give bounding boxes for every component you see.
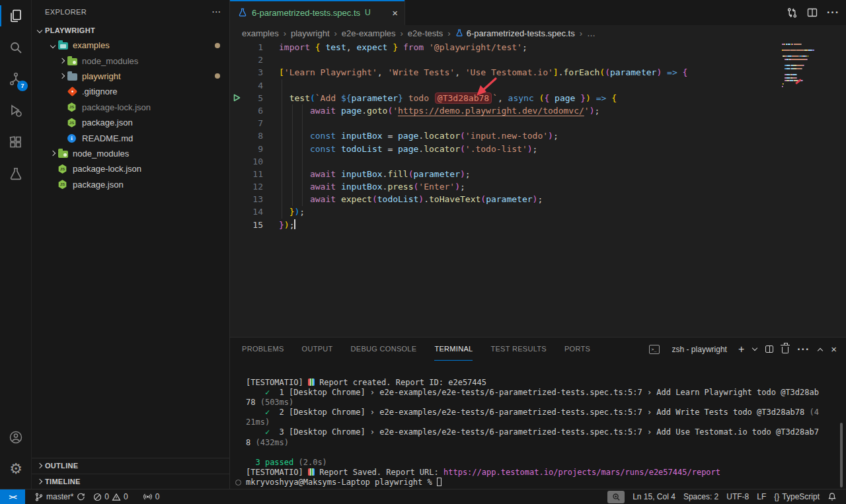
line-number: 1 xyxy=(243,41,263,54)
open-changes-icon[interactable] xyxy=(787,7,798,18)
breadcrumb-item[interactable]: 6-parametrized-tests.spec.ts xyxy=(455,28,575,38)
sync-icon xyxy=(76,492,85,501)
tree-item-package-lock-json[interactable]: JSpackage-lock.json xyxy=(32,100,229,115)
panel-tab-terminal[interactable]: TERMINAL xyxy=(434,338,473,361)
tab-close-icon[interactable]: × xyxy=(392,8,398,18)
panel-actions: >_ zsh - playwright + ··· × xyxy=(649,338,837,361)
tree-item-node-modules[interactable]: node_modules xyxy=(32,53,229,68)
minimap[interactable] xyxy=(782,44,832,96)
code-token xyxy=(549,93,555,103)
settings-gear-icon[interactable]: ⚙ xyxy=(0,453,32,485)
error-icon xyxy=(93,493,102,501)
tree-item-package-json[interactable]: JSpackage.json xyxy=(32,177,229,192)
panel-tab-problems[interactable]: PROBLEMS xyxy=(242,338,284,361)
code-line: 10 xyxy=(230,155,846,168)
branch-status-item[interactable]: master* xyxy=(30,489,89,504)
terminal-title[interactable]: zsh - playwright xyxy=(672,345,727,354)
code-token: page xyxy=(555,93,575,103)
code-text: await expect(todoList).toHaveText(parame… xyxy=(279,193,543,205)
activity-bar: 7 ⚙ xyxy=(0,0,32,489)
code-token: } xyxy=(398,93,403,103)
kill-terminal-icon[interactable] xyxy=(782,347,788,353)
breadcrumb-separator: › xyxy=(447,28,450,38)
extensions-icon[interactable] xyxy=(0,127,32,159)
tree-item-package-json[interactable]: JSpackage.json xyxy=(32,115,229,130)
source-control-icon[interactable]: 7 xyxy=(0,63,32,95)
tree-item-playwright[interactable]: playwright xyxy=(32,69,229,84)
tree-root-playwright[interactable]: PLAYWRIGHT xyxy=(32,23,229,38)
breadcrumb-item[interactable]: examples xyxy=(242,28,279,38)
breadcrumb-separator: › xyxy=(334,28,337,38)
code-token xyxy=(279,182,310,192)
sidebar-title: EXPLORER xyxy=(45,8,87,16)
close-panel-icon[interactable]: × xyxy=(831,344,837,354)
tree-item-package-lock-json[interactable]: JSpackage-lock.json xyxy=(32,161,229,176)
account-icon[interactable] xyxy=(0,421,32,453)
tree-item-label: package-lock.json xyxy=(81,102,151,112)
code-token: ] xyxy=(553,67,558,77)
section-outline[interactable]: OUTLINE xyxy=(32,458,229,474)
panel-tab-debug-console[interactable]: DEBUG CONSOLE xyxy=(351,338,417,361)
code-line: 2 xyxy=(230,54,846,66)
code-token: ( xyxy=(310,93,315,103)
problems-status-item[interactable]: 0 0 xyxy=(89,489,132,504)
testing-icon[interactable] xyxy=(0,159,32,190)
code-token: import xyxy=(279,42,315,52)
code-editor[interactable]: 1import { test, expect } from '@playwrig… xyxy=(230,41,846,337)
ports-status-item[interactable]: 0 xyxy=(139,489,164,504)
terminal-token xyxy=(246,388,265,397)
screencast-zoom-item[interactable] xyxy=(607,491,625,503)
code-token: ) xyxy=(418,194,424,204)
encoding-item[interactable]: UTF-8 xyxy=(722,489,753,504)
tree-item-readme-md[interactable]: iREADME.md xyxy=(32,130,229,145)
editor-more-icon[interactable]: ··· xyxy=(827,7,839,18)
split-editor-icon[interactable] xyxy=(807,7,818,18)
code-token: inputBox xyxy=(341,182,383,192)
language-mode-item[interactable]: {} TypeScript xyxy=(770,489,824,504)
panel-tab-test-results[interactable]: TEST RESULTS xyxy=(490,338,547,361)
new-terminal-icon[interactable]: + xyxy=(738,344,744,355)
sidebar-more-icon[interactable]: ··· xyxy=(212,8,221,16)
code-token: ; xyxy=(537,194,543,204)
cursor-position-item[interactable]: Ln 15, Col 4 xyxy=(629,489,679,504)
code-token: todo xyxy=(403,93,434,103)
explorer-icon[interactable] xyxy=(0,0,32,32)
indentation-item[interactable]: Spaces: 2 xyxy=(679,489,722,504)
eol-item[interactable]: LF xyxy=(753,489,770,504)
tree-item-examples[interactable]: examples xyxy=(32,38,229,53)
code-token: parameter xyxy=(486,194,532,204)
tree-item-node-modules[interactable]: node_modules xyxy=(32,146,229,161)
terminal-dropdown-icon[interactable] xyxy=(752,345,757,351)
search-icon[interactable] xyxy=(0,32,32,63)
file-icon-slot: i xyxy=(67,134,81,143)
code-token xyxy=(336,169,341,179)
command-decoration-icon xyxy=(235,480,241,486)
remote-indicator[interactable]: >< xyxy=(0,489,25,504)
terminal-output[interactable]: [TESTOMATIO] Report created. Report ID: … xyxy=(230,361,842,489)
split-terminal-icon[interactable] xyxy=(765,345,773,353)
code-token: toHaveText xyxy=(429,194,481,204)
breadcrumb-item[interactable]: e2e-tests xyxy=(408,28,443,38)
breadcrumb-item[interactable]: playwright xyxy=(291,28,330,38)
section-timeline[interactable]: TIMELINE xyxy=(32,474,229,489)
panel-tab-output[interactable]: OUTPUT xyxy=(302,338,333,361)
report-chart-icon xyxy=(308,378,315,386)
code-token: = xyxy=(383,131,398,141)
terminal-scrollbar[interactable] xyxy=(840,423,843,487)
glyph-margin xyxy=(230,180,243,193)
breadcrumb-item[interactable]: e2e-examples xyxy=(342,28,396,38)
code-text: }); xyxy=(279,205,305,218)
code-token: async xyxy=(508,93,534,103)
panel-tab-ports[interactable]: PORTS xyxy=(564,338,590,361)
tab-6-parametrized-tests[interactable]: 6-parametrized-tests.spec.ts U × xyxy=(230,0,405,25)
tree-item-label: package.json xyxy=(81,118,133,127)
run-debug-icon[interactable] xyxy=(0,95,32,127)
run-test-icon[interactable] xyxy=(233,94,241,102)
notifications-bell-item[interactable] xyxy=(824,489,841,504)
code-token: inputBox xyxy=(341,131,383,141)
tree-item--gitignore[interactable]: .gitignore xyxy=(32,84,229,99)
code-token: ; xyxy=(460,182,465,192)
maximize-panel-icon[interactable] xyxy=(818,347,823,353)
panel-more-icon[interactable]: ··· xyxy=(797,343,810,355)
breadcrumb-item[interactable]: … xyxy=(587,28,596,38)
